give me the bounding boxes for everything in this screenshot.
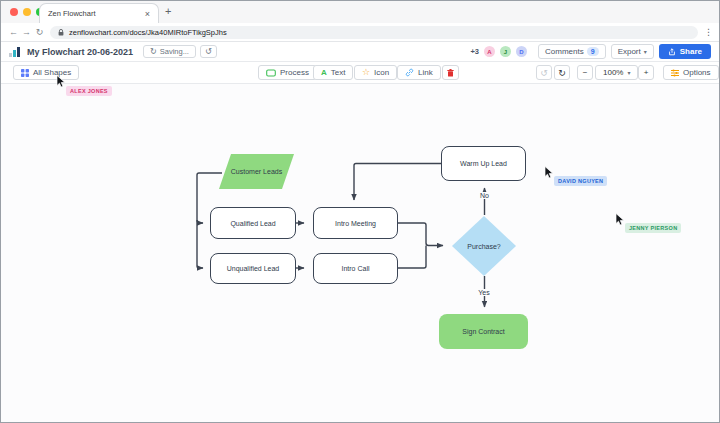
process-shape-button[interactable]: Process bbox=[258, 65, 317, 80]
chevron-down-icon: ▾ bbox=[644, 48, 647, 55]
chevron-down-icon: ▾ bbox=[627, 69, 630, 76]
link-tool-button[interactable]: Link bbox=[397, 65, 441, 80]
export-button[interactable]: Export ▾ bbox=[611, 44, 654, 59]
share-button[interactable]: Share bbox=[659, 44, 711, 59]
text-tool-button[interactable]: A Text bbox=[313, 65, 353, 80]
comments-count-badge: 9 bbox=[587, 47, 599, 56]
options-label: Options bbox=[683, 68, 711, 77]
comments-label: Comments bbox=[545, 47, 584, 56]
saving-status-button: ↻ Saving... bbox=[143, 45, 196, 58]
new-tab-button[interactable]: + bbox=[165, 5, 171, 17]
sliders-icon bbox=[671, 69, 679, 77]
forward-icon[interactable]: → bbox=[20, 27, 33, 37]
browser-address-bar: ← → ↻ zenflowchart.com/docs/Jka40MIRtoFT… bbox=[1, 23, 719, 42]
editor-toolbar: All Shapes Process A Text ☆ Icon Link ↺ … bbox=[1, 62, 719, 84]
back-icon[interactable]: ← bbox=[7, 27, 20, 37]
connector-lines bbox=[1, 84, 720, 423]
zen-flowchart-logo-icon bbox=[9, 47, 20, 57]
undo-button[interactable]: ↺ bbox=[536, 65, 552, 80]
document-title[interactable]: My Flowchart 20-06-2021 bbox=[27, 47, 133, 57]
lock-icon bbox=[58, 29, 64, 36]
app-header: My Flowchart 20-06-2021 ↻ Saving... ↺ +3… bbox=[1, 42, 719, 62]
icon-label: Icon bbox=[374, 68, 389, 77]
edge-label-yes: Yes bbox=[473, 289, 495, 296]
browser-tab[interactable]: Zen Flowchart × bbox=[39, 3, 159, 23]
process-shape-icon bbox=[266, 69, 276, 77]
process-label: Process bbox=[280, 68, 309, 77]
avatar[interactable]: D bbox=[516, 46, 527, 57]
minus-icon: − bbox=[583, 68, 588, 77]
export-label: Export bbox=[618, 47, 641, 56]
edge-label-no: No bbox=[475, 192, 494, 199]
redo-button[interactable]: ↻ bbox=[554, 65, 570, 80]
saving-label: Saving... bbox=[160, 47, 189, 56]
grid-icon bbox=[21, 69, 29, 77]
reload-icon[interactable]: ↻ bbox=[33, 27, 46, 37]
zoom-out-button[interactable]: − bbox=[577, 65, 593, 80]
collaborator-label-alex: ALEX JONES bbox=[66, 86, 112, 96]
avatar[interactable]: J bbox=[500, 46, 511, 57]
minimize-window-button[interactable] bbox=[23, 8, 31, 16]
share-label: Share bbox=[680, 47, 702, 56]
url-text: zenflowchart.com/docs/Jka40MIRtoFTikgSpJ… bbox=[69, 28, 227, 37]
text-label: Text bbox=[331, 68, 346, 77]
collaborator-label-david: DAVID NGUYEN bbox=[554, 176, 607, 186]
avatar[interactable]: A bbox=[484, 46, 495, 57]
browser-tab-strip: Zen Flowchart × + bbox=[1, 1, 719, 23]
collaborator-label-jenny: JENNY PIERSON bbox=[625, 223, 681, 233]
app-window: Zen Flowchart × + ← → ↻ zenflowchart.com… bbox=[0, 0, 720, 423]
delete-icon bbox=[447, 69, 454, 77]
share-icon bbox=[668, 48, 676, 56]
collaborator-overflow-count[interactable]: +3 bbox=[470, 47, 479, 56]
saving-icon: ↻ bbox=[150, 47, 157, 56]
delete-button[interactable] bbox=[442, 65, 459, 80]
tab-close-icon[interactable]: × bbox=[145, 9, 150, 19]
version-history-button[interactable]: ↺ bbox=[200, 45, 217, 58]
history-icon: ↺ bbox=[205, 47, 212, 56]
icon-tool-button[interactable]: ☆ Icon bbox=[354, 65, 397, 80]
undo-icon: ↺ bbox=[540, 68, 548, 78]
zoom-level-value: 100% bbox=[603, 68, 623, 77]
options-button[interactable]: Options bbox=[663, 65, 719, 80]
browser-menu-icon[interactable]: ⋮ bbox=[704, 27, 713, 37]
all-shapes-button[interactable]: All Shapes bbox=[13, 65, 79, 80]
plus-icon: + bbox=[644, 68, 649, 77]
close-window-button[interactable] bbox=[10, 8, 18, 16]
star-icon: ☆ bbox=[362, 68, 370, 77]
link-icon bbox=[405, 68, 414, 77]
url-input[interactable]: zenflowchart.com/docs/Jka40MIRtoFTikgSpJ… bbox=[50, 26, 698, 39]
redo-icon: ↻ bbox=[558, 68, 566, 78]
comments-button[interactable]: Comments 9 bbox=[538, 44, 606, 59]
zoom-in-button[interactable]: + bbox=[638, 65, 654, 80]
zoom-level-dropdown[interactable]: 100% ▾ bbox=[595, 65, 638, 80]
link-label: Link bbox=[418, 68, 433, 77]
text-tool-icon: A bbox=[321, 68, 327, 77]
tab-title: Zen Flowchart bbox=[48, 9, 96, 18]
flowchart-canvas[interactable]: Customer Leads Qualified Lead Intro Meet… bbox=[1, 84, 719, 423]
